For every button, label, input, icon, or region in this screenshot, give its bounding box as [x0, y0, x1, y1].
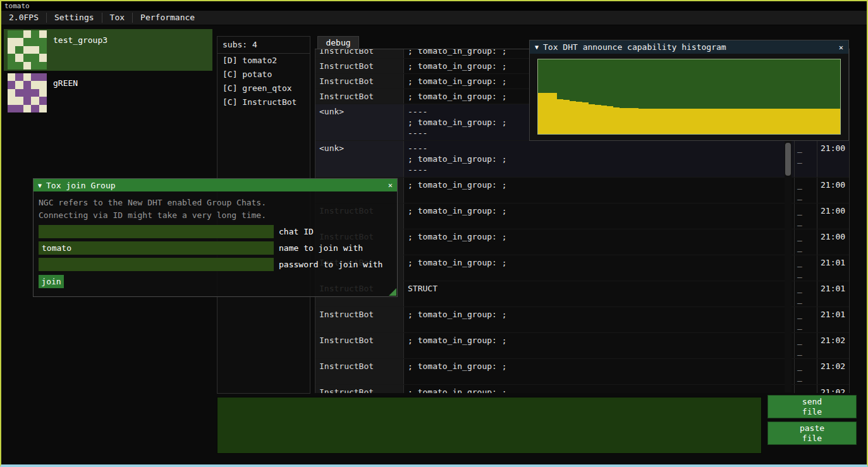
avatar-pixel — [23, 54, 31, 61]
histogram-bar — [809, 109, 815, 134]
message-author: InstructBot — [315, 385, 404, 393]
avatar-pixel — [15, 30, 23, 38]
message-time: 21:01 — [817, 255, 849, 281]
message-author: InstructBot — [315, 74, 404, 88]
member-item[interactable]: [C] potato — [217, 68, 310, 82]
message-text: ; tomato_in_group: ; — [404, 307, 795, 332]
histogram-bar — [777, 109, 783, 134]
group-name: gREEN — [53, 78, 78, 88]
message-time: 21:02 — [817, 359, 849, 384]
message-text: ; tomato_in_group: ; — [404, 255, 795, 281]
histogram-bar — [613, 107, 620, 134]
group-avatar — [8, 30, 47, 70]
avatar-pixel — [8, 30, 15, 38]
histogram-bar — [664, 109, 670, 134]
histogram-bar — [721, 109, 727, 134]
message-time: 21:01 — [817, 307, 849, 332]
histogram-bar — [538, 93, 544, 134]
chat-id-input[interactable] — [39, 225, 274, 238]
collapse-icon[interactable]: ▼ — [38, 182, 42, 189]
avatar-pixel — [39, 38, 47, 45]
close-icon[interactable]: ✕ — [388, 181, 393, 190]
histogram-bar — [563, 100, 570, 134]
message-status: _ _ — [795, 359, 817, 384]
avatar-pixel — [15, 89, 23, 97]
message-time: 21:00 — [817, 229, 849, 255]
join-window-titlebar[interactable]: ▼ Tox join Group ✕ — [34, 179, 397, 191]
avatar-pixel — [23, 89, 31, 97]
message-text: ; tomato_in_group: ; — [404, 359, 795, 384]
menu-item-settings[interactable]: Settings — [47, 11, 102, 25]
avatar-pixel — [15, 54, 23, 61]
avatar-pixel — [8, 73, 15, 81]
join-group-window: ▼ Tox join Group ✕ NGC refers to the New… — [33, 178, 398, 297]
message-status: _ _ — [795, 333, 817, 358]
histogram-bar — [828, 109, 834, 134]
avatar-pixel — [15, 46, 23, 54]
avatar-pixel — [23, 46, 31, 54]
menu-item-performance[interactable]: Performance — [133, 11, 202, 25]
chat-message-row[interactable]: InstructBot; tomato_in_group: ;_ _21:02 — [315, 385, 849, 393]
message-status: _ _ — [795, 229, 817, 255]
chat-message-row[interactable]: InstructBot; tomato_in_group: ;_ _21:02 — [315, 359, 849, 385]
message-author: InstructBot — [315, 59, 404, 73]
join-password-input[interactable] — [39, 258, 274, 271]
scrollbar-thumb[interactable] — [785, 143, 791, 176]
avatar-pixel — [39, 30, 47, 38]
resize-grip-icon[interactable] — [389, 288, 396, 296]
histogram-bar — [689, 109, 695, 134]
histogram-bar — [544, 93, 551, 134]
histogram-bar — [601, 106, 608, 134]
groups-list: test_group3gREEN — [4, 29, 212, 115]
avatar-pixel — [15, 38, 23, 45]
avatar-pixel — [15, 105, 23, 112]
join-button[interactable]: join — [39, 275, 64, 288]
message-text: ; tomato_in_group: ; — [404, 229, 795, 255]
chat-message-row[interactable]: InstructBot; tomato_in_group: ;_ _21:01 — [315, 307, 849, 333]
avatar-pixel — [31, 62, 39, 70]
members-list: [D] tomato2[C] potato[C] green_qtox[C] I… — [217, 54, 310, 109]
message-input[interactable] — [217, 397, 762, 454]
close-icon[interactable]: ✕ — [839, 43, 843, 52]
avatar-pixel — [23, 97, 31, 104]
histogram-bar — [708, 109, 714, 134]
join-password-field-row: password to join with — [39, 258, 392, 271]
send-file-button[interactable]: send file — [767, 395, 857, 418]
message-author: <unk> — [315, 104, 404, 140]
ngc-description-line2: Connecting via ID might take a very long… — [39, 209, 392, 222]
join-name-label: name to join with — [279, 243, 363, 253]
message-author: InstructBot — [315, 307, 404, 332]
histogram-bar — [815, 109, 821, 134]
histogram-bar — [576, 102, 582, 134]
chat-message-row[interactable]: <unk>---- ; tomato_in_group: ; ----_ _21… — [315, 141, 849, 178]
paste-file-button[interactable]: paste file — [767, 422, 857, 445]
join-name-input[interactable] — [39, 241, 274, 255]
member-item[interactable]: [C] green_qtox — [217, 82, 310, 95]
avatar-pixel — [39, 105, 47, 112]
message-author: InstructBot — [315, 89, 404, 104]
group-item-test_group3[interactable]: test_group3 — [4, 29, 212, 71]
collapse-icon[interactable]: ▼ — [535, 44, 539, 51]
avatar-pixel — [39, 89, 47, 97]
histogram-window-titlebar[interactable]: ▼ Tox DHT announce capability histogram … — [530, 40, 848, 54]
message-status: _ _ — [795, 307, 817, 332]
chat-message-row[interactable]: InstructBot; tomato_in_group: ;_ _21:02 — [315, 333, 849, 359]
menu-item-tox[interactable]: Tox — [102, 11, 132, 25]
histogram-bar — [733, 109, 740, 134]
histogram-bar — [607, 106, 613, 134]
avatar-pixel — [23, 105, 31, 112]
histogram-window-title: Tox DHT announce capability histogram — [543, 42, 726, 52]
member-item[interactable]: [D] tomato2 — [217, 54, 310, 68]
group-item-gREEN[interactable]: gREEN — [4, 72, 212, 114]
histogram-bar — [745, 109, 752, 134]
avatar-pixel — [31, 46, 39, 54]
member-item[interactable]: [C] InstructBot — [217, 95, 310, 109]
histogram-plot — [537, 59, 841, 135]
message-status: _ _ — [795, 255, 817, 281]
tab-debug[interactable]: debug — [317, 36, 359, 49]
avatar-pixel — [31, 81, 39, 88]
avatar-pixel — [31, 38, 39, 45]
avatar-pixel — [39, 81, 47, 88]
message-text: ; tomato_in_group: ; — [404, 203, 795, 229]
histogram-bar — [632, 108, 639, 134]
